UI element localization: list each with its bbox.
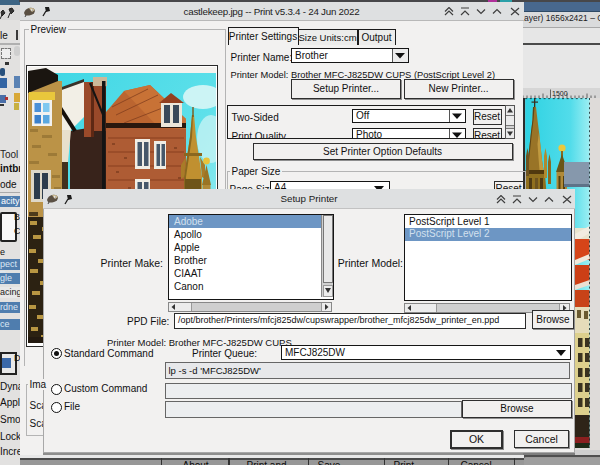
svg-text:1500: 1500 (552, 90, 568, 97)
